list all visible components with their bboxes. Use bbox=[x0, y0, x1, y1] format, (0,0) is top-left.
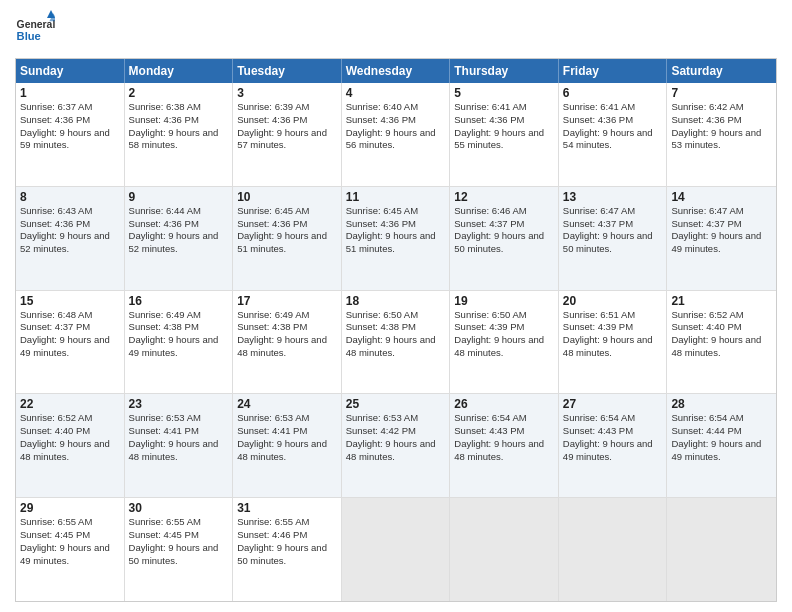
day-cell-20: 20Sunrise: 6:51 AMSunset: 4:39 PMDayligh… bbox=[559, 291, 668, 394]
daylight-line: Daylight: 9 hours and 48 minutes. bbox=[346, 334, 446, 360]
daylight-line: Daylight: 9 hours and 56 minutes. bbox=[346, 127, 446, 153]
sunset-line: Sunset: 4:40 PM bbox=[20, 425, 120, 438]
day-header-thursday: Thursday bbox=[450, 59, 559, 83]
day-cell-29: 29Sunrise: 6:55 AMSunset: 4:45 PMDayligh… bbox=[16, 498, 125, 601]
sunset-line: Sunset: 4:45 PM bbox=[20, 529, 120, 542]
calendar-week-4: 22Sunrise: 6:52 AMSunset: 4:40 PMDayligh… bbox=[16, 394, 776, 498]
day-cell-16: 16Sunrise: 6:49 AMSunset: 4:38 PMDayligh… bbox=[125, 291, 234, 394]
daylight-line: Daylight: 9 hours and 52 minutes. bbox=[129, 230, 229, 256]
day-number: 13 bbox=[563, 190, 663, 204]
day-number: 6 bbox=[563, 86, 663, 100]
daylight-line: Daylight: 9 hours and 50 minutes. bbox=[129, 542, 229, 568]
day-number: 10 bbox=[237, 190, 337, 204]
day-cell-13: 13Sunrise: 6:47 AMSunset: 4:37 PMDayligh… bbox=[559, 187, 668, 290]
day-number: 23 bbox=[129, 397, 229, 411]
sunrise-line: Sunrise: 6:47 AM bbox=[563, 205, 663, 218]
daylight-line: Daylight: 9 hours and 49 minutes. bbox=[671, 230, 772, 256]
sunrise-line: Sunrise: 6:48 AM bbox=[20, 309, 120, 322]
daylight-line: Daylight: 9 hours and 48 minutes. bbox=[129, 438, 229, 464]
sunset-line: Sunset: 4:39 PM bbox=[563, 321, 663, 334]
sunrise-line: Sunrise: 6:39 AM bbox=[237, 101, 337, 114]
sunset-line: Sunset: 4:37 PM bbox=[20, 321, 120, 334]
day-cell-24: 24Sunrise: 6:53 AMSunset: 4:41 PMDayligh… bbox=[233, 394, 342, 497]
day-cell-17: 17Sunrise: 6:49 AMSunset: 4:38 PMDayligh… bbox=[233, 291, 342, 394]
daylight-line: Daylight: 9 hours and 55 minutes. bbox=[454, 127, 554, 153]
sunset-line: Sunset: 4:36 PM bbox=[563, 114, 663, 127]
empty-cell bbox=[450, 498, 559, 601]
daylight-line: Daylight: 9 hours and 49 minutes. bbox=[20, 334, 120, 360]
sunrise-line: Sunrise: 6:54 AM bbox=[454, 412, 554, 425]
sunset-line: Sunset: 4:36 PM bbox=[346, 218, 446, 231]
sunset-line: Sunset: 4:38 PM bbox=[129, 321, 229, 334]
sunset-line: Sunset: 4:37 PM bbox=[563, 218, 663, 231]
day-number: 7 bbox=[671, 86, 772, 100]
daylight-line: Daylight: 9 hours and 48 minutes. bbox=[454, 438, 554, 464]
sunrise-line: Sunrise: 6:50 AM bbox=[454, 309, 554, 322]
calendar-header-row: SundayMondayTuesdayWednesdayThursdayFrid… bbox=[16, 59, 776, 83]
day-number: 15 bbox=[20, 294, 120, 308]
logo: General Blue bbox=[15, 10, 55, 50]
day-cell-1: 1Sunrise: 6:37 AMSunset: 4:36 PMDaylight… bbox=[16, 83, 125, 186]
sunrise-line: Sunrise: 6:55 AM bbox=[20, 516, 120, 529]
calendar-week-2: 8Sunrise: 6:43 AMSunset: 4:36 PMDaylight… bbox=[16, 187, 776, 291]
day-cell-14: 14Sunrise: 6:47 AMSunset: 4:37 PMDayligh… bbox=[667, 187, 776, 290]
day-number: 28 bbox=[671, 397, 772, 411]
day-number: 22 bbox=[20, 397, 120, 411]
day-number: 8 bbox=[20, 190, 120, 204]
day-number: 11 bbox=[346, 190, 446, 204]
sunrise-line: Sunrise: 6:53 AM bbox=[237, 412, 337, 425]
daylight-line: Daylight: 9 hours and 51 minutes. bbox=[346, 230, 446, 256]
day-cell-31: 31Sunrise: 6:55 AMSunset: 4:46 PMDayligh… bbox=[233, 498, 342, 601]
daylight-line: Daylight: 9 hours and 49 minutes. bbox=[20, 542, 120, 568]
daylight-line: Daylight: 9 hours and 58 minutes. bbox=[129, 127, 229, 153]
sunset-line: Sunset: 4:43 PM bbox=[454, 425, 554, 438]
day-number: 2 bbox=[129, 86, 229, 100]
sunrise-line: Sunrise: 6:41 AM bbox=[454, 101, 554, 114]
day-number: 3 bbox=[237, 86, 337, 100]
daylight-line: Daylight: 9 hours and 49 minutes. bbox=[671, 438, 772, 464]
day-number: 20 bbox=[563, 294, 663, 308]
sunset-line: Sunset: 4:36 PM bbox=[671, 114, 772, 127]
day-cell-23: 23Sunrise: 6:53 AMSunset: 4:41 PMDayligh… bbox=[125, 394, 234, 497]
daylight-line: Daylight: 9 hours and 59 minutes. bbox=[20, 127, 120, 153]
sunrise-line: Sunrise: 6:55 AM bbox=[237, 516, 337, 529]
day-number: 9 bbox=[129, 190, 229, 204]
day-number: 16 bbox=[129, 294, 229, 308]
day-cell-25: 25Sunrise: 6:53 AMSunset: 4:42 PMDayligh… bbox=[342, 394, 451, 497]
calendar-week-1: 1Sunrise: 6:37 AMSunset: 4:36 PMDaylight… bbox=[16, 83, 776, 187]
day-cell-18: 18Sunrise: 6:50 AMSunset: 4:38 PMDayligh… bbox=[342, 291, 451, 394]
day-cell-8: 8Sunrise: 6:43 AMSunset: 4:36 PMDaylight… bbox=[16, 187, 125, 290]
sunset-line: Sunset: 4:45 PM bbox=[129, 529, 229, 542]
sunset-line: Sunset: 4:36 PM bbox=[129, 114, 229, 127]
daylight-line: Daylight: 9 hours and 50 minutes. bbox=[563, 230, 663, 256]
sunset-line: Sunset: 4:36 PM bbox=[237, 218, 337, 231]
day-number: 12 bbox=[454, 190, 554, 204]
sunrise-line: Sunrise: 6:38 AM bbox=[129, 101, 229, 114]
daylight-line: Daylight: 9 hours and 54 minutes. bbox=[563, 127, 663, 153]
day-cell-6: 6Sunrise: 6:41 AMSunset: 4:36 PMDaylight… bbox=[559, 83, 668, 186]
day-cell-11: 11Sunrise: 6:45 AMSunset: 4:36 PMDayligh… bbox=[342, 187, 451, 290]
sunrise-line: Sunrise: 6:43 AM bbox=[20, 205, 120, 218]
sunrise-line: Sunrise: 6:49 AM bbox=[129, 309, 229, 322]
sunrise-line: Sunrise: 6:49 AM bbox=[237, 309, 337, 322]
day-cell-10: 10Sunrise: 6:45 AMSunset: 4:36 PMDayligh… bbox=[233, 187, 342, 290]
day-cell-19: 19Sunrise: 6:50 AMSunset: 4:39 PMDayligh… bbox=[450, 291, 559, 394]
day-cell-30: 30Sunrise: 6:55 AMSunset: 4:45 PMDayligh… bbox=[125, 498, 234, 601]
sunset-line: Sunset: 4:42 PM bbox=[346, 425, 446, 438]
sunset-line: Sunset: 4:36 PM bbox=[346, 114, 446, 127]
daylight-line: Daylight: 9 hours and 57 minutes. bbox=[237, 127, 337, 153]
sunrise-line: Sunrise: 6:42 AM bbox=[671, 101, 772, 114]
daylight-line: Daylight: 9 hours and 49 minutes. bbox=[129, 334, 229, 360]
day-cell-5: 5Sunrise: 6:41 AMSunset: 4:36 PMDaylight… bbox=[450, 83, 559, 186]
daylight-line: Daylight: 9 hours and 48 minutes. bbox=[346, 438, 446, 464]
sunset-line: Sunset: 4:36 PM bbox=[20, 114, 120, 127]
day-cell-2: 2Sunrise: 6:38 AMSunset: 4:36 PMDaylight… bbox=[125, 83, 234, 186]
day-number: 21 bbox=[671, 294, 772, 308]
sunset-line: Sunset: 4:41 PM bbox=[237, 425, 337, 438]
sunrise-line: Sunrise: 6:47 AM bbox=[671, 205, 772, 218]
daylight-line: Daylight: 9 hours and 48 minutes. bbox=[454, 334, 554, 360]
sunset-line: Sunset: 4:36 PM bbox=[237, 114, 337, 127]
logo-icon: General Blue bbox=[15, 10, 55, 50]
sunset-line: Sunset: 4:38 PM bbox=[237, 321, 337, 334]
day-number: 25 bbox=[346, 397, 446, 411]
